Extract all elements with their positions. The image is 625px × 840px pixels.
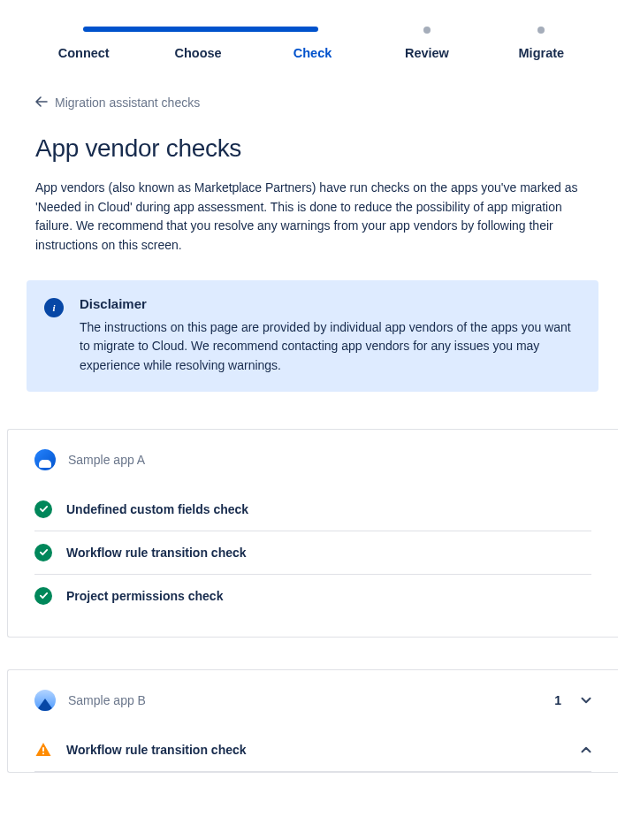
svg-rect-0: [42, 747, 44, 752]
check-success-icon: [34, 587, 52, 605]
step-label: Migrate: [484, 46, 598, 60]
step-choose[interactable]: Choose: [141, 25, 255, 60]
check-label: Undefined custom fields check: [66, 502, 591, 516]
arrow-left-icon: [35, 95, 48, 110]
step-label: Check: [255, 46, 370, 60]
step-connect[interactable]: Connect: [27, 25, 141, 60]
app-card: Sample app B 1 Workflow rule transition …: [7, 669, 618, 773]
step-label: Choose: [141, 46, 255, 60]
chevron-up-icon[interactable]: [581, 745, 591, 755]
check-label: Project permissions check: [66, 589, 591, 603]
step-migrate: Migrate: [484, 25, 598, 60]
disclaimer-body: The instructions on this page are provid…: [80, 318, 581, 376]
back-link[interactable]: Migration assistant checks: [35, 95, 590, 110]
stepper: Connect Choose Check Review Migrate: [0, 0, 625, 69]
step-check[interactable]: Check: [255, 25, 370, 60]
app-avatar-icon: [34, 449, 56, 470]
chevron-down-icon[interactable]: [581, 695, 591, 706]
step-review: Review: [370, 25, 484, 60]
check-success-icon: [34, 544, 52, 561]
step-label: Review: [370, 46, 484, 60]
warning-icon: [34, 741, 52, 759]
app-card-header[interactable]: Sample app B 1: [34, 690, 591, 729]
warning-count: 1: [554, 693, 561, 707]
app-card: Sample app A Undefined custom fields che…: [7, 429, 618, 638]
back-link-label: Migration assistant checks: [55, 95, 200, 110]
app-card-header[interactable]: Sample app A: [34, 449, 591, 488]
step-dot-icon: [423, 27, 431, 34]
check-success-icon: [34, 500, 52, 518]
step-label: Connect: [27, 46, 141, 60]
svg-rect-1: [42, 752, 44, 754]
disclaimer-panel: i Disclaimer The instructions on this pa…: [27, 280, 598, 392]
page-title: App vendor checks: [35, 134, 590, 163]
check-row[interactable]: Workflow rule transition check: [34, 531, 591, 575]
check-row[interactable]: Project permissions check: [34, 575, 591, 617]
check-label: Workflow rule transition check: [66, 546, 591, 560]
check-row[interactable]: Undefined custom fields check: [34, 488, 591, 531]
app-name: Sample app A: [68, 453, 591, 467]
info-icon: i: [44, 298, 64, 317]
check-label: Workflow rule transition check: [66, 743, 567, 757]
page-description: App vendors (also known as Marketplace P…: [35, 179, 590, 256]
step-dot-icon: [537, 27, 545, 34]
disclaimer-title: Disclaimer: [80, 296, 581, 311]
check-row[interactable]: Workflow rule transition check: [34, 729, 591, 772]
app-avatar-icon: [34, 690, 56, 711]
app-name: Sample app B: [68, 693, 542, 707]
